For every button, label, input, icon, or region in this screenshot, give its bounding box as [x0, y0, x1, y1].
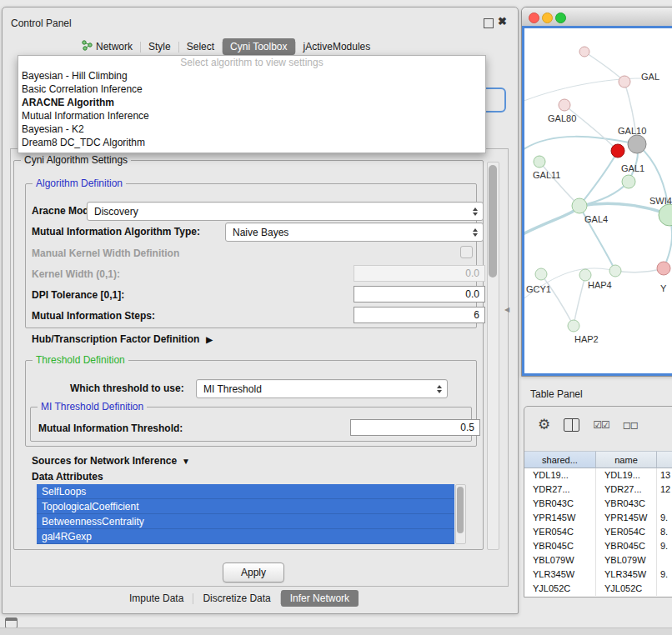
attribute-item-selected[interactable]: TopologicalCoefficient	[37, 499, 454, 514]
app-root: Control Panel ✖ Network Style Select Cyn…	[0, 0, 672, 635]
tab-jactivemodules[interactable]: jActiveModules	[296, 38, 379, 55]
apply-button[interactable]: Apply	[223, 562, 284, 582]
sources-label: Sources for Network Inference	[32, 455, 177, 467]
close-icon[interactable]: ✖	[498, 16, 507, 28]
table-row[interactable]: YBL079W YBL079W	[524, 553, 672, 568]
node[interactable]	[609, 265, 621, 277]
columns-icon[interactable]	[564, 418, 579, 432]
settings-scrollbar[interactable]	[487, 162, 499, 550]
zoom-traffic-icon[interactable]	[555, 12, 566, 23]
cell-value: 9.	[657, 511, 672, 525]
network-icon	[82, 40, 93, 53]
table-row[interactable]: YPR145W YPR145W 9.	[524, 511, 672, 525]
table-panel-window: ⚙ ☑☑ ◻◻ shared... name YDL19... YDL19...…	[524, 406, 672, 598]
table-row[interactable]: YDR27... YDR27... 12	[524, 482, 672, 497]
cell-shared-name: YBR045C	[524, 539, 596, 553]
column-header-shared-name[interactable]: shared...	[524, 451, 596, 468]
edge	[524, 206, 579, 237]
network-canvas[interactable]: GAL GAL80 GAL10 GAL11 GAL1 SWI4 GAL4 GCY…	[522, 26, 672, 376]
cell-name: YDL19...	[596, 468, 657, 482]
node-gal80[interactable]	[559, 99, 570, 111]
manual-kernel-width-checkbox[interactable]	[460, 246, 473, 258]
dropdown-item[interactable]: Mutual Information Inference	[18, 109, 485, 122]
gear-icon[interactable]: ⚙	[538, 418, 550, 432]
tab-impute-data[interactable]: Impute Data	[120, 590, 193, 607]
table-row[interactable]: YJL052C YJL052C	[524, 582, 672, 596]
float-window-icon[interactable]	[484, 18, 494, 28]
edge	[615, 268, 664, 272]
table-row[interactable]: YLR345W YLR345W 9.	[524, 568, 672, 582]
network-window-titlebar[interactable]	[522, 8, 672, 27]
table-row[interactable]: YER054C YER054C 8.	[524, 525, 672, 539]
cell-shared-name: YJL052C	[524, 582, 596, 596]
table-row[interactable]: YBR043C YBR043C	[524, 497, 672, 511]
edge	[579, 151, 618, 206]
close-traffic-icon[interactable]	[529, 12, 539, 23]
column-header-partial[interactable]	[657, 451, 672, 468]
mi-algorithm-type-value: Naive Bayes	[233, 227, 288, 238]
node-red-selected[interactable]	[611, 144, 624, 158]
minimize-traffic-icon[interactable]	[542, 12, 553, 23]
table-row[interactable]: YDL19... YDL19... 13	[524, 468, 672, 482]
combo-arrows-icon	[437, 385, 447, 393]
node-gal4[interactable]	[572, 198, 587, 213]
tab-network[interactable]: Network	[74, 38, 140, 56]
cell-name: YBL079W	[596, 553, 657, 568]
checked-boxes-icon[interactable]: ☑☑	[593, 419, 609, 431]
splitter-collapse-icon[interactable]: ◀	[504, 306, 509, 313]
tab-discretize-data[interactable]: Discretize Data	[193, 590, 279, 607]
dropdown-item[interactable]: Dream8 DC_TDC Algorithm	[18, 136, 485, 149]
node-pink[interactable]	[657, 262, 670, 275]
unchecked-boxes-icon[interactable]: ◻◻	[623, 419, 638, 431]
node-hap4[interactable]	[579, 269, 591, 281]
tab-impute-data-label: Impute Data	[129, 592, 183, 604]
settings-scrollbar-thumb[interactable]	[489, 165, 497, 278]
cell-value: 13	[657, 468, 672, 482]
table-row[interactable]: YBR045C YBR045C 9.	[524, 539, 672, 553]
attribute-item-selected[interactable]: gal4RGexp	[37, 529, 454, 544]
cell-value	[657, 497, 672, 511]
tab-infer-network[interactable]: Infer Network	[281, 590, 359, 607]
dropdown-item[interactable]: Basic Correlation Inference	[18, 82, 485, 96]
network-view-window: GAL GAL80 GAL10 GAL11 GAL1 SWI4 GAL4 GCY…	[521, 7, 672, 377]
node-label: Y	[660, 283, 667, 293]
table-body: YDL19... YDL19... 13 YDR27... YDR27... 1…	[524, 468, 672, 597]
cell-shared-name: YLR345W	[524, 568, 596, 582]
mi-threshold-field[interactable]: 0.5	[350, 419, 480, 436]
column-header-name[interactable]: name	[596, 451, 657, 468]
mi-algorithm-type-select[interactable]: Naive Bayes	[225, 222, 484, 242]
attribute-item-selected[interactable]: BetweennessCentrality	[37, 514, 454, 529]
sources-section-header[interactable]: Sources for Network Inference ▼	[32, 455, 190, 467]
attribute-item-selected[interactable]: SelfLoops	[37, 484, 454, 499]
dropdown-item[interactable]: Bayesian - K2	[18, 122, 485, 136]
tab-select[interactable]: Select	[179, 38, 222, 55]
hub-definition-section[interactable]: Hub/Transcription Factor Definition ▶	[32, 333, 213, 345]
dropdown-item-selected[interactable]: ARACNE Algorithm	[18, 96, 485, 109]
node-gcy1[interactable]	[535, 268, 547, 280]
attributes-scrollbar[interactable]	[455, 484, 466, 544]
table-panel-title: Table Panel	[530, 388, 583, 400]
cell-name: YBR043C	[596, 497, 657, 511]
edge	[584, 52, 624, 82]
mi-steps-field[interactable]: 6	[354, 307, 485, 323]
node-label: GAL11	[533, 170, 560, 180]
tab-cyni-toolbox-label: Cyni Toolbox	[230, 41, 287, 52]
node-gal11[interactable]	[534, 156, 545, 168]
which-threshold-select[interactable]: MI Threshold	[196, 379, 448, 398]
node-hap2[interactable]	[568, 320, 579, 332]
node-swi4[interactable]	[659, 204, 672, 226]
tab-style-label: Style	[148, 41, 171, 52]
node[interactable]	[619, 76, 630, 88]
aracne-mode-select[interactable]: Discovery	[87, 202, 484, 221]
tab-style[interactable]: Style	[141, 38, 178, 55]
attributes-scrollbar-thumb[interactable]	[457, 487, 464, 533]
node[interactable]	[579, 47, 589, 57]
node-gal10[interactable]	[628, 135, 646, 153]
cell-name: YJL052C	[596, 582, 657, 596]
node-gal1[interactable]	[622, 175, 635, 188]
dropdown-item[interactable]: Bayesian - Hill Climbing	[18, 69, 485, 82]
dpi-tolerance-field[interactable]: 0.0	[354, 286, 485, 302]
tab-jactivemodules-label: jActiveModules	[303, 41, 371, 52]
tab-cyni-toolbox[interactable]: Cyni Toolbox	[223, 38, 294, 55]
cell-shared-name: YDL19...	[524, 468, 596, 482]
